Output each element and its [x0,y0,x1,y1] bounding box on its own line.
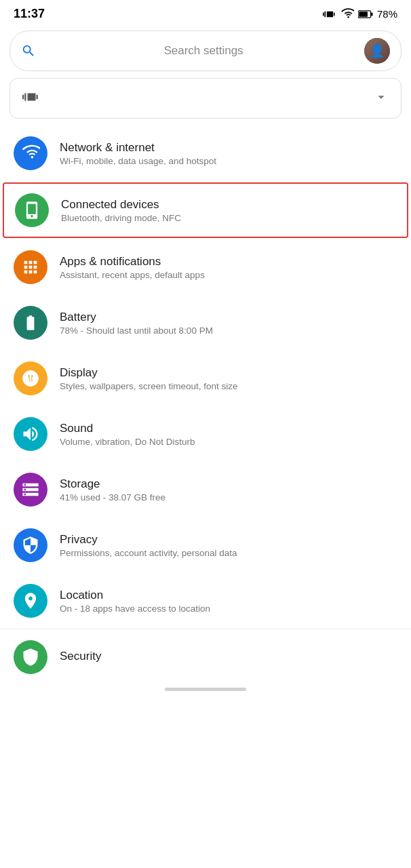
vibrate-status-icon [323,7,336,21]
vibrate-chevron-icon [374,90,389,107]
search-placeholder: Search settings [43,44,364,58]
network-text: Network & internet Wi-Fi, mobile, data u… [60,141,397,166]
security-text: Security [60,650,397,665]
settings-item-battery[interactable]: Battery 78% - Should last until about 8:… [0,295,411,351]
network-icon-circle [14,136,47,170]
avatar[interactable]: 👤 [364,38,390,64]
settings-item-privacy[interactable]: Privacy Permissions, account activity, p… [0,517,411,573]
network-title: Network & internet [60,141,397,155]
connected-title: Connected devices [61,198,396,212]
location-text: Location On - 18 apps have access to loc… [60,589,397,614]
search-bar[interactable]: Search settings 👤 [9,31,402,71]
status-icons: 78% [323,7,397,21]
network-subtitle: Wi-Fi, mobile, data usage, and hotspot [60,156,397,166]
battery-percent: 78% [377,8,397,20]
sound-title: Sound [60,422,397,435]
apps-text: Apps & notifications Assistant, recent a… [60,255,397,280]
display-title: Display [60,366,397,380]
privacy-title: Privacy [60,533,397,547]
vibrate-row[interactable] [9,78,402,119]
settings-item-sound[interactable]: Sound Volume, vibration, Do Not Disturb [0,406,411,462]
settings-item-storage[interactable]: Storage 41% used - 38.07 GB free [0,462,411,517]
privacy-text: Privacy Permissions, account activity, p… [60,533,397,558]
display-subtitle: Styles, wallpapers, screen timeout, font… [60,381,397,391]
display-icon-circle [14,361,47,395]
location-subtitle: On - 18 apps have access to location [60,604,397,614]
status-time: 11:37 [14,7,45,21]
settings-item-connected[interactable]: Connected devices Bluetooth, driving mod… [3,182,408,238]
security-title: Security [60,650,397,663]
battery-subtitle: 78% - Should last until about 8:00 PM [60,326,397,336]
avatar-image: 👤 [364,38,390,64]
settings-list: Network & internet Wi-Fi, mobile, data u… [0,125,411,718]
search-icon [21,43,36,58]
connected-icon-circle [15,193,49,227]
connected-text: Connected devices Bluetooth, driving mod… [61,198,396,223]
wifi-status-icon [340,7,354,21]
apps-subtitle: Assistant, recent apps, default apps [60,270,397,280]
home-indicator [165,688,246,691]
svg-rect-1 [371,12,373,16]
storage-text: Storage 41% used - 38.07 GB free [60,477,397,502]
privacy-icon-circle [14,528,47,562]
location-icon-circle [14,584,47,618]
sound-icon-circle [14,417,47,451]
settings-item-display[interactable]: Display Styles, wallpapers, screen timeo… [0,351,411,406]
display-text: Display Styles, wallpapers, screen timeo… [60,366,397,391]
storage-subtitle: 41% used - 38.07 GB free [60,492,397,502]
privacy-subtitle: Permissions, account activity, personal … [60,548,397,558]
storage-icon-circle [14,473,47,507]
battery-icon-circle [14,306,47,340]
sound-text: Sound Volume, vibration, Do Not Disturb [60,422,397,447]
battery-text-block: Battery 78% - Should last until about 8:… [60,311,397,336]
settings-item-network[interactable]: Network & internet Wi-Fi, mobile, data u… [0,125,411,181]
sound-subtitle: Volume, vibration, Do Not Disturb [60,437,397,447]
battery-title: Battery [60,311,397,324]
connected-subtitle: Bluetooth, driving mode, NFC [61,213,396,223]
apps-icon-circle [14,250,47,284]
svg-rect-2 [359,12,368,17]
vibrate-row-icon [22,88,40,108]
storage-title: Storage [60,477,397,491]
settings-item-apps[interactable]: Apps & notifications Assistant, recent a… [0,239,411,295]
settings-item-security[interactable]: Security [0,629,411,685]
battery-status-icon [358,9,373,20]
status-bar: 11:37 78% [0,0,411,25]
settings-item-location[interactable]: Location On - 18 apps have access to loc… [0,573,411,629]
location-title: Location [60,589,397,602]
apps-title: Apps & notifications [60,255,397,269]
security-icon-circle [14,640,47,674]
